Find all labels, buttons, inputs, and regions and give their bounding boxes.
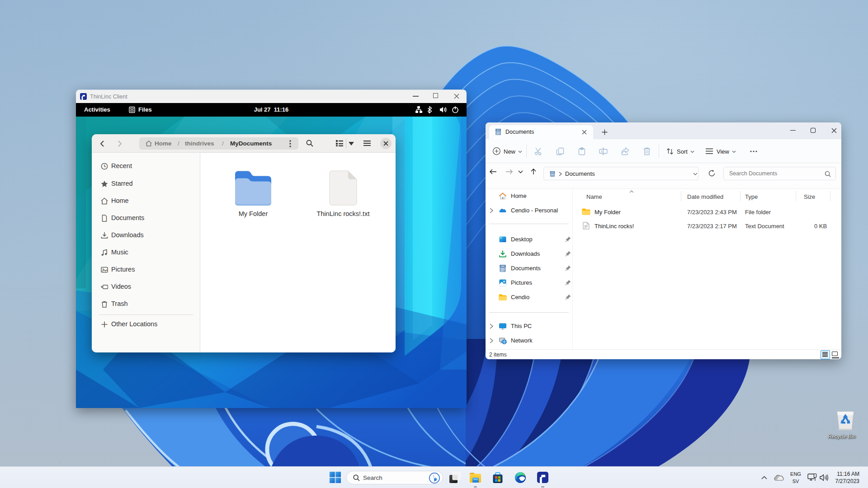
svg-text:A: A	[601, 150, 603, 153]
